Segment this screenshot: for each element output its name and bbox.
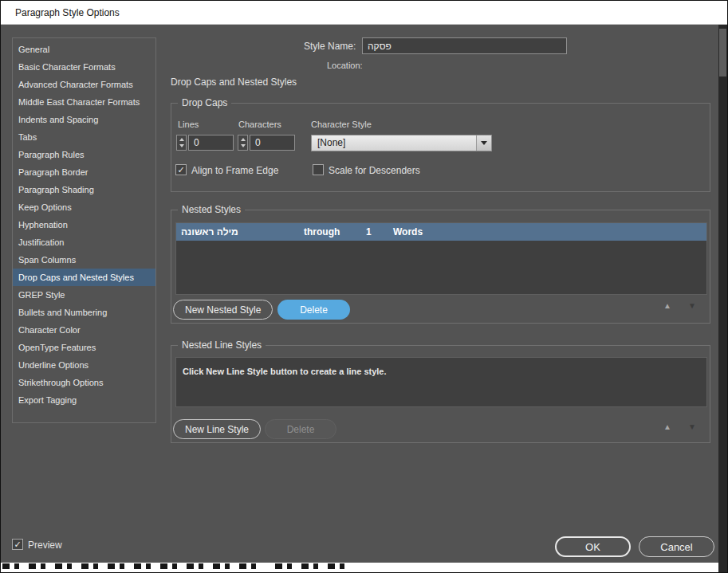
delete-line-style-button[interactable]: Delete [265,419,336,439]
sidebar-item-middle-east-character-formats[interactable]: Middle East Character Formats [13,93,155,111]
sidebar-item-paragraph-shading[interactable]: Paragraph Shading [13,181,155,198]
scale-for-descenders-label: Scale for Descenders [329,165,420,176]
checkmark-icon: ✓ [177,166,184,175]
nested-styles-list[interactable]: מילה ראשונה through 1 Words [175,222,707,295]
checkmark-icon: ✓ [14,540,21,549]
cropped-text-fragment [275,563,347,569]
character-style-dropdown-button[interactable] [476,135,491,151]
scrollbar-thumb[interactable] [719,29,726,77]
nested-style-unit: Words [393,226,706,237]
preview-checkbox[interactable]: ✓ [12,539,23,550]
nested-line-styles-hint: Click New Line Style button to create a … [183,367,387,376]
stepper-down-icon [241,144,246,147]
characters-stepper[interactable] [238,135,248,151]
sidebar-item-tabs[interactable]: Tabs [13,128,155,146]
vertical-scrollbar[interactable] [718,25,727,573]
sidebar-item-underline-options[interactable]: Underline Options [13,356,155,374]
sidebar-item-justification[interactable]: Justification [13,234,155,251]
lines-label: Lines [178,120,199,129]
nested-style-row[interactable]: מילה ראשונה through 1 Words [176,223,706,241]
triangle-up-icon: ▲ [663,301,671,310]
lines-input[interactable] [188,135,234,151]
triangle-down-icon: ▼ [688,422,696,431]
ok-button[interactable]: OK [555,536,631,557]
align-to-frame-edge-checkbox[interactable]: ✓ [175,164,187,175]
move-down-button[interactable]: ▼ [688,422,696,433]
drop-caps-group: Drop Caps Lines Characters Character Sty… [171,103,710,192]
new-line-style-button[interactable]: New Line Style [173,419,261,439]
character-style-value: [None] [312,135,476,151]
nested-line-styles-legend: Nested Line Styles [178,339,266,351]
window-title: Paragraph Style Options [15,7,120,18]
move-up-button[interactable]: ▲ [663,300,671,312]
sidebar-item-export-tagging[interactable]: Export Tagging [13,391,155,409]
sidebar-item-indents-and-spacing[interactable]: Indents and Spacing [13,111,155,128]
characters-input[interactable] [250,135,295,151]
sidebar: GeneralBasic Character FormatsAdvanced C… [12,37,156,423]
stepper-down-icon [179,144,184,147]
cropped-text-fragment [2,563,266,569]
preview-label: Preview [28,540,62,551]
nested-style-name: מילה ראשונה [176,226,304,237]
cancel-button[interactable]: Cancel [639,536,714,557]
scale-for-descenders-checkbox[interactable]: ✓ [313,164,324,175]
triangle-up-icon: ▲ [663,422,671,431]
sidebar-item-opentype-features[interactable]: OpenType Features [13,339,155,356]
nested-styles-group: Nested Styles מילה ראשונה through 1 Word… [171,210,710,324]
drop-caps-legend: Drop Caps [178,97,231,109]
stepper-up-icon [241,138,246,141]
nested-styles-legend: Nested Styles [178,204,245,216]
nested-line-styles-group: Nested Line Styles Click New Line Style … [171,345,710,443]
delete-nested-style-button[interactable]: Delete [277,300,350,320]
move-down-button[interactable]: ▼ [688,300,696,312]
align-to-frame-edge-label: Align to Frame Edge [191,165,278,176]
character-style-label: Character Style [311,120,372,129]
sidebar-item-grep-style[interactable]: GREP Style [13,286,155,304]
lines-stepper[interactable] [176,135,187,151]
sidebar-item-paragraph-border[interactable]: Paragraph Border [13,163,155,181]
sidebar-item-basic-character-formats[interactable]: Basic Character Formats [13,58,155,76]
nested-style-mode: through [304,226,366,237]
sidebar-item-keep-options[interactable]: Keep Options [13,198,155,216]
paragraph-style-options-dialog: Paragraph Style Options GeneralBasic Cha… [0,0,728,573]
background-document-strip [1,563,728,573]
sidebar-item-paragraph-rules[interactable]: Paragraph Rules [13,146,155,163]
chevron-down-icon [481,141,487,145]
section-title: Drop Caps and Nested Styles [171,77,297,88]
sidebar-item-bullets-and-numbering[interactable]: Bullets and Numbering [13,304,155,321]
move-up-button[interactable]: ▲ [663,422,671,433]
triangle-down-icon: ▼ [688,301,696,310]
sidebar-item-advanced-character-formats[interactable]: Advanced Character Formats [13,76,155,93]
new-nested-style-button[interactable]: New Nested Style [173,300,273,320]
nested-line-styles-list: Click New Line Style button to create a … [175,357,707,407]
stepper-up-icon [179,138,184,141]
sidebar-item-drop-caps-and-nested-styles[interactable]: Drop Caps and Nested Styles [13,269,155,286]
character-style-select[interactable]: [None] [311,135,492,151]
location-label: Location: [327,61,363,70]
sidebar-item-character-color[interactable]: Character Color [13,321,155,339]
style-name-input[interactable] [362,37,567,54]
nested-style-count: 1 [366,226,393,237]
sidebar-item-hyphenation[interactable]: Hyphenation [13,216,155,234]
characters-label: Characters [238,120,281,129]
style-name-label: Style Name: [304,41,356,52]
sidebar-item-strikethrough-options[interactable]: Strikethrough Options [13,374,155,391]
sidebar-item-span-columns[interactable]: Span Columns [13,251,155,269]
sidebar-item-general[interactable]: General [13,41,155,58]
window-titlebar: Paragraph Style Options [1,1,728,25]
